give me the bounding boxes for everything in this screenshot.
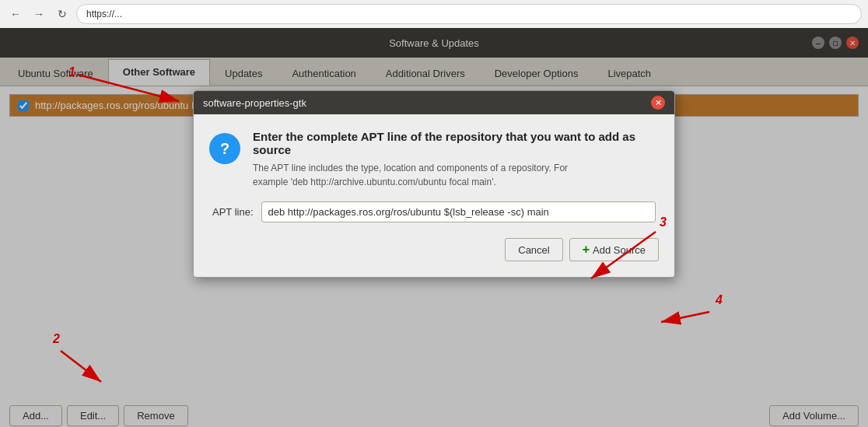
dialog-close-button[interactable]: ✕ bbox=[651, 96, 665, 110]
dialog-actions: Cancel + Add Source bbox=[209, 238, 659, 261]
dialog-body: ? Enter the complete APT line of the rep… bbox=[194, 114, 674, 277]
software-updates-window: Software & Updates – □ ✕ Ubuntu Software… bbox=[0, 28, 868, 427]
dialog-title: software-properties-gtk bbox=[203, 97, 306, 109]
plus-icon: + bbox=[583, 243, 590, 257]
dialog-heading: Enter the complete APT line of the repos… bbox=[253, 130, 659, 156]
dialog-description-line2: example 'deb http://archive.ubuntu.com/u… bbox=[253, 175, 659, 189]
back-button[interactable]: ← bbox=[6, 5, 25, 23]
dialog-titlebar: software-properties-gtk ✕ bbox=[194, 91, 674, 114]
apt-line-input[interactable] bbox=[261, 201, 656, 222]
info-icon: ? bbox=[209, 133, 240, 164]
dialog-cancel-button[interactable]: Cancel bbox=[505, 238, 562, 261]
apt-line-row: APT line: bbox=[209, 201, 659, 222]
apt-line-label: APT line: bbox=[212, 206, 254, 218]
browser-chrome: ← → ↻ bbox=[0, 0, 868, 28]
dialog-header: ? Enter the complete APT line of the rep… bbox=[209, 130, 659, 189]
add-source-label: Add Source bbox=[593, 244, 646, 256]
dialog-text-block: Enter the complete APT line of the repos… bbox=[253, 130, 659, 189]
dialog-description-line1: The APT line includes the type, location… bbox=[253, 161, 659, 175]
dialog-overlay: software-properties-gtk ✕ ? Enter the co… bbox=[0, 28, 868, 427]
forward-button[interactable]: → bbox=[30, 5, 48, 23]
address-bar[interactable] bbox=[76, 4, 862, 24]
refresh-button[interactable]: ↻ bbox=[53, 5, 72, 23]
add-source-button[interactable]: + Add Source bbox=[569, 238, 659, 261]
apt-dialog: software-properties-gtk ✕ ? Enter the co… bbox=[193, 90, 675, 278]
